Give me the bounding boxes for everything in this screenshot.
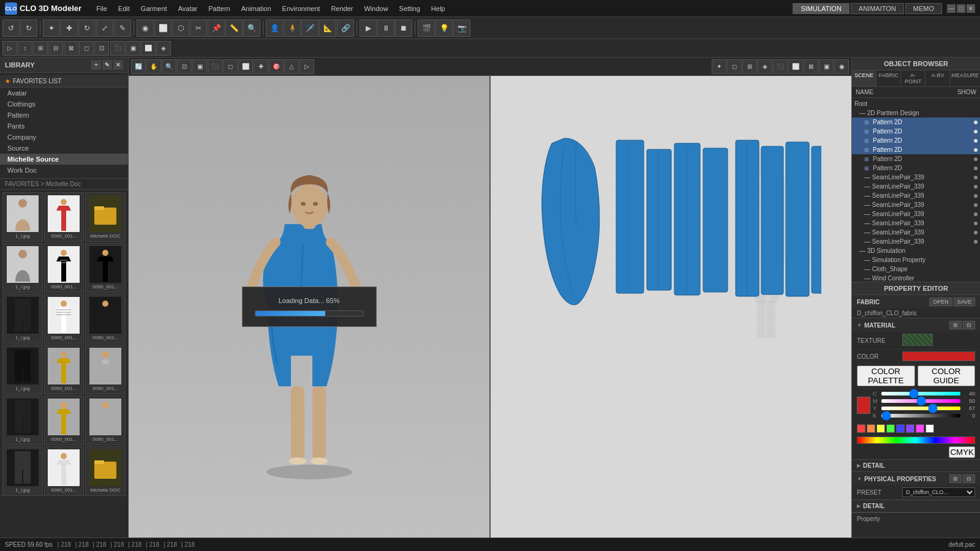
vp2-tool-a[interactable]: ✦ <box>712 59 726 74</box>
fabric-section-header[interactable]: FABRIC OPEN SAVE <box>852 295 980 309</box>
list-item[interactable]: 0060_001... <box>44 395 85 445</box>
tool-undo[interactable]: ↺ <box>2 20 20 37</box>
color-palette-button[interactable]: COLOR PALETTE <box>857 365 915 386</box>
palette-color-green[interactable] <box>886 424 895 433</box>
list-item[interactable]: 0060_001... <box>44 243 85 293</box>
tool-pose[interactable]: 🧍 <box>284 20 301 37</box>
maximize-button[interactable]: □ <box>957 4 965 13</box>
nav-avatar[interactable]: Avatar <box>0 88 128 99</box>
physical-collapse-button[interactable]: ⊟ <box>963 474 975 483</box>
tool2-f[interactable]: ⬛ <box>110 41 125 56</box>
tab-fabric[interactable]: FABRIC <box>876 70 901 86</box>
list-item[interactable]: 1_l.jpg <box>2 345 43 394</box>
material-section-header[interactable]: ▼ MATERIAL ⊞ ⊟ <box>852 318 980 332</box>
magenta-slider[interactable] <box>881 399 960 403</box>
list-item[interactable]: Michelle DOC <box>85 192 126 242</box>
tool-sim2[interactable]: ⏸ <box>377 20 394 37</box>
vp-tool-rotate[interactable]: 🔄 <box>131 59 146 74</box>
vp2-tool-d[interactable]: ◈ <box>758 59 772 74</box>
tool-square[interactable]: ⬜ <box>154 20 172 37</box>
material-expand-button[interactable]: ⊞ <box>949 321 962 329</box>
vp-tool-sim-play[interactable]: ▷ <box>300 59 314 74</box>
tool-sim[interactable]: ▶ <box>360 20 377 37</box>
tree-2d-design[interactable]: — 2D Parttern Design <box>852 108 980 118</box>
vp-tool-c[interactable]: ◻ <box>223 59 238 74</box>
tool-zoom[interactable]: 🔍 <box>243 20 260 37</box>
viewport-2d[interactable] <box>489 76 851 538</box>
vp2-tool-g[interactable]: ⊠ <box>804 59 818 74</box>
vp-tool-fit[interactable]: ⊡ <box>177 59 192 74</box>
tree-seamline-5[interactable]: — SeamLinePair_339 <box>852 209 980 219</box>
list-item[interactable]: 0060_001... <box>44 345 85 394</box>
tool-edit[interactable]: ✎ <box>114 20 131 37</box>
tab-measure[interactable]: MEASURE <box>951 70 981 86</box>
tab-abv[interactable]: A-BV <box>925 70 950 86</box>
tree-seamline-4[interactable]: — SeamLinePair_339 <box>852 200 980 209</box>
material-collapse-button[interactable]: ⊟ <box>963 321 975 329</box>
tool-attach[interactable]: 🔗 <box>337 20 354 37</box>
list-item[interactable]: 0060_001... <box>85 243 126 293</box>
minimize-button[interactable]: — <box>947 4 956 13</box>
vp2-tool-f[interactable]: ⬜ <box>788 59 803 74</box>
nav-work-doc[interactable]: Work Doc <box>0 165 128 176</box>
list-item[interactable]: 1_l.jpg <box>2 243 43 293</box>
color-swatch[interactable] <box>857 397 870 414</box>
list-item[interactable]: 0060_001... <box>85 395 126 445</box>
tree-pattern2d-3[interactable]: ⊞Pattern 2D <box>852 136 980 145</box>
tool-move[interactable]: ✚ <box>61 20 78 37</box>
tree-pattern2d-1[interactable]: ⊞Pattern 2D <box>852 118 980 127</box>
tree-seamline-8[interactable]: — SeamLinePair_339 <box>852 237 980 246</box>
nav-source[interactable]: Source <box>0 143 128 154</box>
vp-tool-d[interactable]: ⬜ <box>238 59 253 74</box>
tool2-a[interactable]: ⊞ <box>33 41 48 56</box>
tree-seamline-3[interactable]: — SeamLinePair_339 <box>852 191 980 200</box>
tool2-d[interactable]: ◻ <box>79 41 94 56</box>
vp-tool-a[interactable]: ▣ <box>192 59 207 74</box>
palette-color-pink[interactable] <box>916 424 924 433</box>
list-item[interactable]: 0060_001... <box>85 294 126 343</box>
tree-wind-controller[interactable]: — Wind Controller <box>852 274 980 282</box>
list-item[interactable]: 0060_001... <box>44 192 85 242</box>
menu-setting[interactable]: Setting <box>394 4 425 13</box>
tree-3d-sim[interactable]: — 3D Simulation <box>852 246 980 255</box>
tool-scale[interactable]: ⤢ <box>96 20 113 37</box>
tree-seamline-7[interactable]: — SeamLinePair_339 <box>852 228 980 237</box>
tool-select[interactable]: ✦ <box>43 20 60 37</box>
tool2-g[interactable]: ▣ <box>126 41 140 56</box>
tab-scene[interactable]: SCENE <box>852 70 876 86</box>
list-item[interactable]: 0060_001... <box>44 446 85 496</box>
vp2-tool-e[interactable]: ⬛ <box>773 59 788 74</box>
tree-pattern2d-5[interactable]: ⊞Pattern 2D <box>852 154 980 163</box>
tool-circle[interactable]: ◉ <box>137 20 154 37</box>
palette-color-white[interactable] <box>925 424 934 433</box>
tree-root[interactable]: Root <box>852 99 980 108</box>
tool-pin[interactable]: 📌 <box>208 20 225 37</box>
tool-redo[interactable]: ↻ <box>20 20 37 37</box>
palette-color-red[interactable] <box>857 424 865 433</box>
close-button[interactable]: ✕ <box>967 4 975 13</box>
tree-sim-property[interactable]: — Simulation Property <box>852 255 980 264</box>
tab-simulation[interactable]: SIMULATION <box>793 3 849 14</box>
vp-tool-e[interactable]: ✚ <box>254 59 268 74</box>
nav-pattern[interactable]: Pattern <box>0 110 128 121</box>
vp-tool-zoom[interactable]: 🔍 <box>162 59 176 74</box>
lib-icon-delete[interactable]: ✕ <box>113 60 123 70</box>
list-item[interactable]: 0060_001... <box>85 345 126 394</box>
detail2-header[interactable]: ▶ DETAIL <box>852 500 980 512</box>
tool2-e[interactable]: ⊡ <box>94 41 109 56</box>
preset-select[interactable]: D_chiffon_CLO... <box>902 487 975 497</box>
menu-file[interactable]: File <box>91 4 112 13</box>
menu-environment[interactable]: Environment <box>277 4 325 13</box>
lib-icon-add[interactable]: + <box>91 60 101 70</box>
tool2-b[interactable]: ⊟ <box>48 41 63 56</box>
tool-sew[interactable]: 🪡 <box>301 20 318 37</box>
nav-michelle-source[interactable]: Michelle Source <box>0 154 128 165</box>
list-item[interactable]: Michelle DOC <box>85 446 126 496</box>
vp2-tool-c[interactable]: ⊞ <box>742 59 757 74</box>
menu-garment[interactable]: Garment <box>136 4 172 13</box>
texture-preview[interactable] <box>902 334 933 346</box>
color-display[interactable] <box>902 351 975 361</box>
tool-avatar[interactable]: 👤 <box>266 20 283 37</box>
tool-cut[interactable]: ✂ <box>190 20 207 37</box>
physical-expand-button[interactable]: ⊞ <box>949 474 962 483</box>
